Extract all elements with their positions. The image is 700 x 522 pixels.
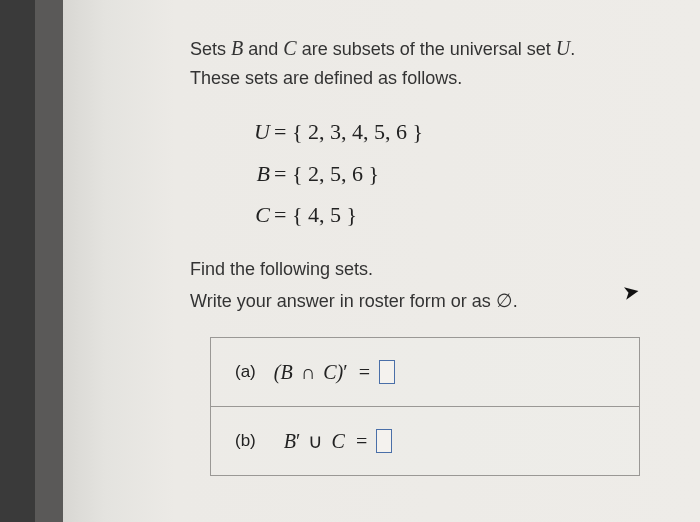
part-a-expression: (B ∩ C)′ = <box>274 361 371 384</box>
part-a-answer-input[interactable] <box>379 360 395 384</box>
instructions: Find the following sets. Write your answ… <box>190 254 650 317</box>
part-b-label: (b) <box>235 431 256 451</box>
set-b-symbol: B <box>231 37 243 59</box>
instr-line-1: Find the following sets. <box>190 259 373 279</box>
def-b: B = { 2, 5, 6 } <box>240 153 650 195</box>
def-c: C = { 4, 5 } <box>240 194 650 236</box>
def-u: U = { 2, 3, 4, 5, 6 } <box>240 111 650 153</box>
def-c-label: C <box>240 194 270 236</box>
def-u-label: U <box>240 111 270 153</box>
part-b-row: (b) B′ ∪ C = <box>211 406 639 475</box>
set-c-symbol: C <box>283 37 296 59</box>
part-b-expression: B′ ∪ C = <box>274 429 368 453</box>
answer-table: (a) (B ∩ C)′ = (b) B′ ∪ C = <box>210 337 640 476</box>
def-b-label: B <box>240 153 270 195</box>
part-a-row: (a) (B ∩ C)′ = <box>211 338 639 406</box>
instr-line-2-pre: Write your answer in roster form or as <box>190 291 496 311</box>
instr-line-2-end: . <box>513 291 518 311</box>
text: Sets <box>190 39 231 59</box>
def-c-set: = { 4, 5 } <box>274 194 357 236</box>
intro-line-2: These sets are defined as follows. <box>190 64 650 93</box>
text: are subsets of the universal set <box>297 39 556 59</box>
text: . <box>570 39 575 59</box>
set-definitions: U = { 2, 3, 4, 5, 6 } B = { 2, 5, 6 } C … <box>240 111 650 236</box>
intro-line-1: Sets B and C are subsets of the universa… <box>190 32 650 64</box>
part-a-label: (a) <box>235 362 256 382</box>
text: and <box>243 39 283 59</box>
problem-page: Sets B and C are subsets of the universa… <box>100 0 700 522</box>
def-b-set: = { 2, 5, 6 } <box>274 153 379 195</box>
empty-set-symbol: ∅ <box>496 290 513 311</box>
part-b-answer-input[interactable] <box>376 429 392 453</box>
set-u-symbol: U <box>556 37 570 59</box>
def-u-set: = { 2, 3, 4, 5, 6 } <box>274 111 423 153</box>
